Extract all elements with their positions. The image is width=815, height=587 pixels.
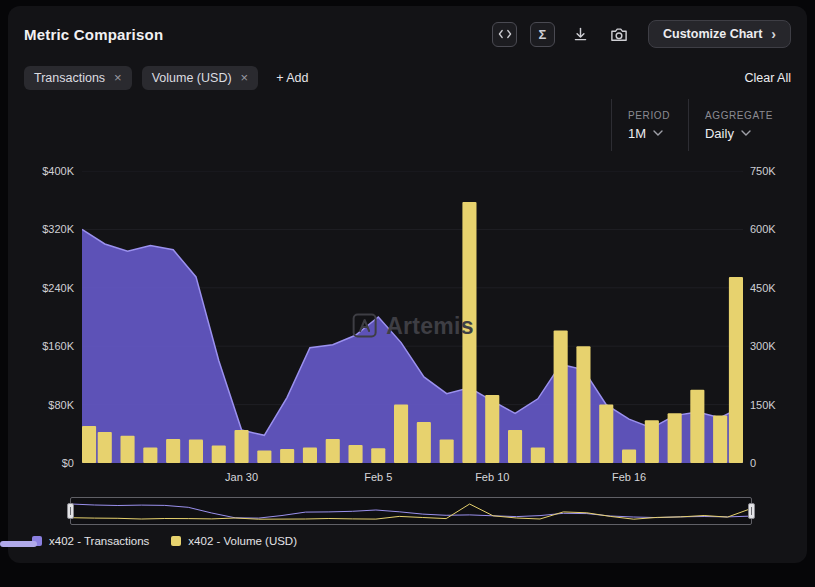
left-axis-tick: $400K: [42, 165, 74, 177]
right-axis-tick: 0: [750, 457, 756, 469]
chip-label: Transactions: [34, 71, 105, 85]
metric-chip-volume[interactable]: Volume (USD) ×: [142, 66, 258, 90]
volume-bar: [668, 413, 682, 463]
legend-label: x402 - Transactions: [49, 535, 149, 547]
legend-swatch: [171, 536, 181, 546]
metric-chip-transactions[interactable]: Transactions ×: [24, 66, 132, 90]
code-icon: [498, 28, 512, 40]
left-axis-tick: $160K: [42, 340, 74, 352]
navigator-right-handle[interactable]: [748, 503, 755, 519]
remove-chip-icon[interactable]: ×: [114, 71, 122, 84]
aggregate-label: AGGREGATE: [705, 110, 773, 121]
period-control[interactable]: PERIOD 1M: [611, 99, 688, 151]
volume-bar: [235, 430, 249, 463]
chart-region: $400K$320K$240K$160K$80K$0 Artemis Jan 3…: [24, 171, 791, 487]
legend-item-volume[interactable]: x402 - Volume (USD): [171, 535, 297, 547]
left-axis-tick: $240K: [42, 282, 74, 294]
volume-bar: [326, 439, 340, 463]
download-button[interactable]: [568, 22, 593, 47]
right-axis-tick: 150K: [750, 399, 776, 411]
right-axis-tick: 750K: [750, 165, 776, 177]
right-axis-labels: 750K600K450K300K150K0: [743, 171, 791, 463]
volume-bar: [485, 395, 499, 463]
left-axis-tick: $80K: [48, 399, 74, 411]
navigator-left-handle[interactable]: [67, 503, 74, 519]
volume-bar: [440, 440, 454, 463]
navigator-transactions-line: [71, 504, 751, 518]
aggregate-control[interactable]: AGGREGATE Daily: [688, 99, 791, 151]
volume-bar: [713, 416, 727, 464]
embed-code-button[interactable]: [492, 22, 517, 47]
volume-bar: [166, 439, 180, 463]
volume-bar: [189, 440, 203, 463]
page-title: Metric Comparison: [24, 26, 163, 43]
chart-controls: PERIOD 1M AGGREGATE Daily: [24, 99, 791, 151]
volume-bar: [645, 420, 659, 463]
right-axis-tick: 300K: [750, 340, 776, 352]
volume-bar: [349, 445, 363, 463]
volume-bar: [599, 405, 613, 463]
chip-label: Volume (USD): [152, 71, 232, 85]
volume-bar: [576, 346, 590, 463]
volume-bar: [257, 451, 271, 464]
metric-chips-row: Transactions × Volume (USD) × + Add Clea…: [24, 64, 791, 91]
period-value: 1M: [628, 126, 646, 141]
left-axis-tick: $320K: [42, 223, 74, 235]
x-axis-tick: Jan 30: [225, 471, 258, 483]
range-navigator[interactable]: [70, 497, 752, 525]
navigator-canvas: [71, 498, 751, 524]
volume-bar: [417, 422, 431, 463]
chevron-down-icon: [653, 130, 663, 136]
aggregate-value: Daily: [705, 126, 734, 141]
customize-chart-label: Customize Chart: [663, 27, 762, 41]
camera-icon: [610, 26, 628, 42]
screenshot-button[interactable]: [606, 22, 631, 47]
right-axis-tick: 600K: [750, 223, 776, 235]
header: Metric Comparison Σ Customize: [24, 18, 791, 50]
download-icon: [572, 26, 589, 43]
left-axis-tick: $0: [62, 457, 74, 469]
x-axis-tick: Feb 10: [475, 471, 509, 483]
formula-button[interactable]: Σ: [530, 22, 555, 47]
x-axis-tick: Feb 16: [612, 471, 646, 483]
volume-bar: [462, 202, 476, 463]
volume-bar: [554, 331, 568, 463]
metric-comparison-card: Metric Comparison Σ Customize: [8, 6, 807, 563]
legend-item-transactions[interactable]: x402 - Transactions: [32, 535, 149, 547]
volume-bar: [729, 277, 743, 463]
volume-bar: [303, 447, 317, 463]
chevron-right-icon: ›: [771, 27, 776, 41]
x-axis-tick: Feb 5: [364, 471, 392, 483]
x-axis-labels: Jan 30Feb 5Feb 10Feb 16: [82, 467, 743, 487]
chevron-down-icon: [741, 130, 751, 136]
header-actions: Σ Customize Chart ›: [492, 20, 791, 48]
chart-canvas[interactable]: [82, 171, 743, 463]
remove-chip-icon[interactable]: ×: [241, 71, 249, 84]
left-axis-labels: $400K$320K$240K$160K$80K$0: [24, 171, 82, 463]
volume-bar: [394, 405, 408, 463]
volume-bar: [371, 448, 385, 463]
scrollbar-thumb[interactable]: [0, 541, 37, 547]
volume-bar: [212, 446, 226, 464]
right-axis-tick: 450K: [750, 282, 776, 294]
chart-legend: x402 - Transactions x402 - Volume (USD): [32, 535, 791, 547]
clear-all-button[interactable]: Clear All: [744, 71, 791, 85]
volume-bar: [121, 436, 135, 463]
volume-bar: [280, 449, 294, 463]
volume-bar: [531, 447, 545, 463]
volume-bar: [690, 390, 704, 463]
plot-area[interactable]: Artemis Jan 30Feb 5Feb 10Feb 16: [82, 171, 743, 463]
legend-label: x402 - Volume (USD): [188, 535, 297, 547]
add-metric-button[interactable]: + Add: [276, 71, 308, 85]
volume-bar: [622, 449, 636, 463]
volume-bar: [143, 447, 157, 463]
sigma-icon: Σ: [539, 28, 547, 41]
volume-bar: [98, 432, 112, 463]
volume-bar: [508, 430, 522, 463]
period-label: PERIOD: [628, 110, 670, 121]
customize-chart-button[interactable]: Customize Chart ›: [648, 20, 791, 48]
volume-bar: [82, 426, 96, 463]
